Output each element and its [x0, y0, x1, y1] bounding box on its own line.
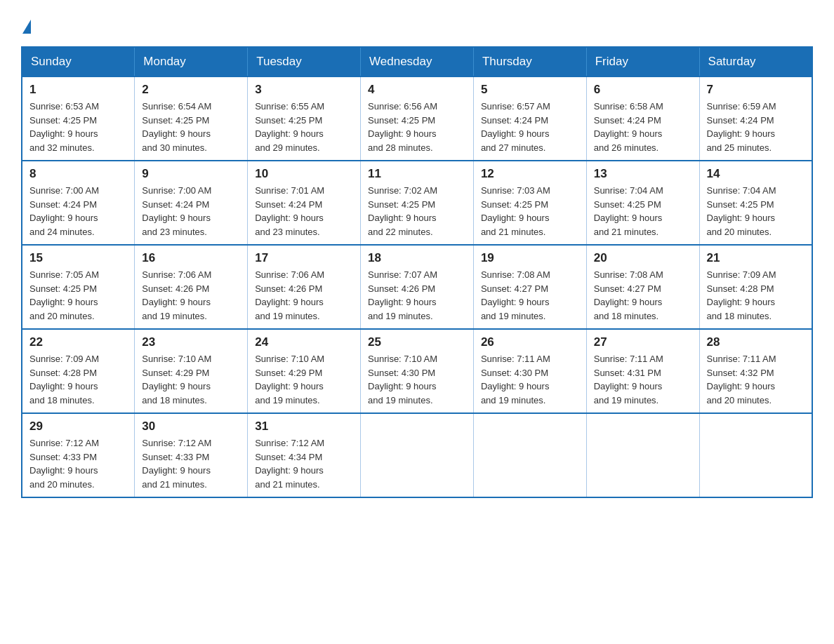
- weekday-header-wednesday: Wednesday: [361, 47, 474, 76]
- day-number: 4: [368, 83, 466, 97]
- weekday-header-tuesday: Tuesday: [248, 47, 361, 76]
- day-number: 16: [142, 251, 240, 265]
- day-number: 3: [255, 83, 353, 97]
- day-number: 7: [707, 83, 805, 97]
- page-header: [21, 21, 813, 32]
- day-number: 5: [481, 83, 579, 97]
- calendar-cell: 4Sunrise: 6:56 AMSunset: 4:25 PMDaylight…: [361, 76, 474, 161]
- day-number: 25: [368, 335, 466, 349]
- calendar-week-row: 15Sunrise: 7:05 AMSunset: 4:25 PMDayligh…: [22, 245, 812, 329]
- calendar-cell: 12Sunrise: 7:03 AMSunset: 4:25 PMDayligh…: [473, 161, 586, 245]
- logo: [21, 21, 32, 32]
- day-number: 23: [142, 335, 240, 349]
- day-number: 28: [707, 335, 805, 349]
- day-number: 10: [255, 167, 353, 181]
- day-number: 6: [594, 83, 692, 97]
- calendar-cell: 11Sunrise: 7:02 AMSunset: 4:25 PMDayligh…: [361, 161, 474, 245]
- calendar-week-row: 1Sunrise: 6:53 AMSunset: 4:25 PMDaylight…: [22, 76, 812, 161]
- calendar-cell: 10Sunrise: 7:01 AMSunset: 4:24 PMDayligh…: [248, 161, 361, 245]
- day-number: 30: [142, 420, 240, 434]
- day-info: Sunrise: 7:10 AMSunset: 4:29 PMDaylight:…: [255, 352, 353, 407]
- day-number: 31: [255, 420, 353, 434]
- day-info: Sunrise: 6:56 AMSunset: 4:25 PMDaylight:…: [368, 100, 466, 154]
- day-info: Sunrise: 6:58 AMSunset: 4:24 PMDaylight:…: [594, 100, 692, 154]
- day-number: 26: [481, 335, 579, 349]
- calendar-cell: 17Sunrise: 7:06 AMSunset: 4:26 PMDayligh…: [248, 245, 361, 329]
- calendar-cell: 21Sunrise: 7:09 AMSunset: 4:28 PMDayligh…: [699, 245, 812, 329]
- calendar-cell: 31Sunrise: 7:12 AMSunset: 4:34 PMDayligh…: [248, 413, 361, 497]
- calendar-cell: 5Sunrise: 6:57 AMSunset: 4:24 PMDaylight…: [473, 76, 586, 161]
- day-info: Sunrise: 6:54 AMSunset: 4:25 PMDaylight:…: [142, 100, 240, 154]
- calendar-cell: [473, 413, 586, 497]
- calendar-cell: 24Sunrise: 7:10 AMSunset: 4:29 PMDayligh…: [248, 329, 361, 413]
- day-info: Sunrise: 7:09 AMSunset: 4:28 PMDaylight:…: [29, 352, 127, 407]
- day-info: Sunrise: 7:05 AMSunset: 4:25 PMDaylight:…: [29, 268, 127, 323]
- calendar-cell: 7Sunrise: 6:59 AMSunset: 4:24 PMDaylight…: [699, 76, 812, 161]
- day-info: Sunrise: 7:04 AMSunset: 4:25 PMDaylight:…: [594, 184, 692, 239]
- calendar-cell: 25Sunrise: 7:10 AMSunset: 4:30 PMDayligh…: [361, 329, 474, 413]
- calendar-cell: 20Sunrise: 7:08 AMSunset: 4:27 PMDayligh…: [586, 245, 699, 329]
- day-info: Sunrise: 7:07 AMSunset: 4:26 PMDaylight:…: [368, 268, 466, 323]
- calendar-cell: 15Sunrise: 7:05 AMSunset: 4:25 PMDayligh…: [22, 245, 135, 329]
- calendar-cell: 9Sunrise: 7:00 AMSunset: 4:24 PMDaylight…: [135, 161, 248, 245]
- day-number: 11: [368, 167, 466, 181]
- weekday-header-row: SundayMondayTuesdayWednesdayThursdayFrid…: [22, 47, 812, 76]
- calendar-week-row: 29Sunrise: 7:12 AMSunset: 4:33 PMDayligh…: [22, 413, 812, 497]
- calendar-cell: [586, 413, 699, 497]
- day-info: Sunrise: 6:53 AMSunset: 4:25 PMDaylight:…: [29, 100, 127, 154]
- day-number: 18: [368, 251, 466, 265]
- day-info: Sunrise: 7:09 AMSunset: 4:28 PMDaylight:…: [707, 268, 805, 323]
- day-info: Sunrise: 7:06 AMSunset: 4:26 PMDaylight:…: [255, 268, 353, 323]
- day-number: 27: [594, 335, 692, 349]
- day-info: Sunrise: 7:08 AMSunset: 4:27 PMDaylight:…: [481, 268, 579, 323]
- day-number: 12: [481, 167, 579, 181]
- calendar-cell: 13Sunrise: 7:04 AMSunset: 4:25 PMDayligh…: [586, 161, 699, 245]
- calendar-week-row: 8Sunrise: 7:00 AMSunset: 4:24 PMDaylight…: [22, 161, 812, 245]
- day-number: 15: [29, 251, 127, 265]
- calendar-cell: 29Sunrise: 7:12 AMSunset: 4:33 PMDayligh…: [22, 413, 135, 497]
- day-info: Sunrise: 7:02 AMSunset: 4:25 PMDaylight:…: [368, 184, 466, 239]
- calendar-cell: 30Sunrise: 7:12 AMSunset: 4:33 PMDayligh…: [135, 413, 248, 497]
- calendar-cell: 28Sunrise: 7:11 AMSunset: 4:32 PMDayligh…: [699, 329, 812, 413]
- day-info: Sunrise: 7:08 AMSunset: 4:27 PMDaylight:…: [594, 268, 692, 323]
- weekday-header-saturday: Saturday: [699, 47, 812, 76]
- calendar-cell: 27Sunrise: 7:11 AMSunset: 4:31 PMDayligh…: [586, 329, 699, 413]
- day-number: 21: [707, 251, 805, 265]
- day-number: 24: [255, 335, 353, 349]
- day-info: Sunrise: 7:11 AMSunset: 4:31 PMDaylight:…: [594, 352, 692, 407]
- calendar-week-row: 22Sunrise: 7:09 AMSunset: 4:28 PMDayligh…: [22, 329, 812, 413]
- calendar-cell: 14Sunrise: 7:04 AMSunset: 4:25 PMDayligh…: [699, 161, 812, 245]
- calendar-cell: 3Sunrise: 6:55 AMSunset: 4:25 PMDaylight…: [248, 76, 361, 161]
- day-number: 29: [29, 420, 127, 434]
- day-number: 19: [481, 251, 579, 265]
- calendar-cell: 1Sunrise: 6:53 AMSunset: 4:25 PMDaylight…: [22, 76, 135, 161]
- day-number: 22: [29, 335, 127, 349]
- calendar-cell: 23Sunrise: 7:10 AMSunset: 4:29 PMDayligh…: [135, 329, 248, 413]
- weekday-header-sunday: Sunday: [22, 47, 135, 76]
- calendar-cell: 18Sunrise: 7:07 AMSunset: 4:26 PMDayligh…: [361, 245, 474, 329]
- day-info: Sunrise: 7:10 AMSunset: 4:29 PMDaylight:…: [142, 352, 240, 407]
- calendar-cell: 8Sunrise: 7:00 AMSunset: 4:24 PMDaylight…: [22, 161, 135, 245]
- day-info: Sunrise: 6:57 AMSunset: 4:24 PMDaylight:…: [481, 100, 579, 154]
- day-number: 20: [594, 251, 692, 265]
- day-number: 17: [255, 251, 353, 265]
- calendar-table: SundayMondayTuesdayWednesdayThursdayFrid…: [21, 46, 813, 498]
- day-info: Sunrise: 7:11 AMSunset: 4:30 PMDaylight:…: [481, 352, 579, 407]
- calendar-cell: 6Sunrise: 6:58 AMSunset: 4:24 PMDaylight…: [586, 76, 699, 161]
- calendar-cell: 22Sunrise: 7:09 AMSunset: 4:28 PMDayligh…: [22, 329, 135, 413]
- day-info: Sunrise: 7:01 AMSunset: 4:24 PMDaylight:…: [255, 184, 353, 239]
- logo-triangle-icon: [22, 20, 31, 34]
- day-info: Sunrise: 7:00 AMSunset: 4:24 PMDaylight:…: [29, 184, 127, 239]
- day-number: 1: [29, 83, 127, 97]
- day-number: 13: [594, 167, 692, 181]
- weekday-header-friday: Friday: [586, 47, 699, 76]
- day-info: Sunrise: 7:12 AMSunset: 4:33 PMDaylight:…: [142, 436, 240, 491]
- calendar-cell: 16Sunrise: 7:06 AMSunset: 4:26 PMDayligh…: [135, 245, 248, 329]
- day-number: 2: [142, 83, 240, 97]
- weekday-header-thursday: Thursday: [473, 47, 586, 76]
- calendar-cell: 26Sunrise: 7:11 AMSunset: 4:30 PMDayligh…: [473, 329, 586, 413]
- day-number: 8: [29, 167, 127, 181]
- day-info: Sunrise: 7:10 AMSunset: 4:30 PMDaylight:…: [368, 352, 466, 407]
- day-info: Sunrise: 6:55 AMSunset: 4:25 PMDaylight:…: [255, 100, 353, 154]
- calendar-cell: [361, 413, 474, 497]
